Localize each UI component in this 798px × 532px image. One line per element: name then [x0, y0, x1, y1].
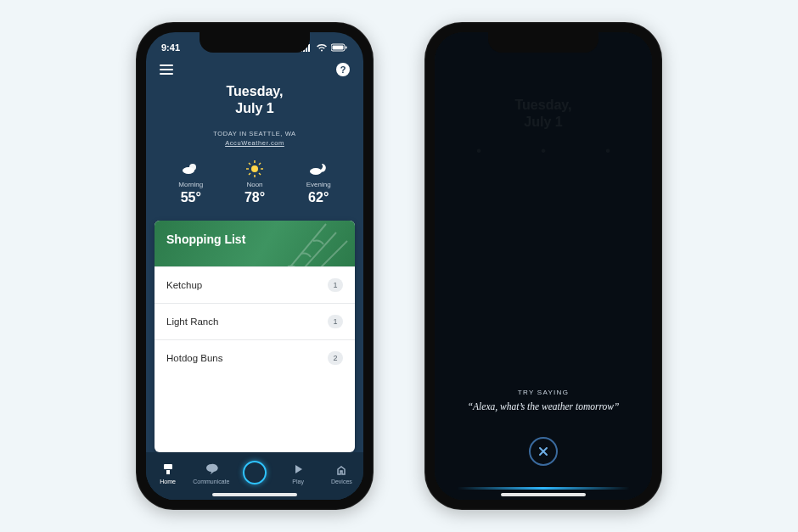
tab-devices[interactable]: Devices	[322, 462, 361, 484]
home-icon	[161, 462, 175, 477]
svg-line-15	[259, 173, 261, 175]
forecast-temp: 78°	[244, 190, 265, 205]
svg-rect-20	[166, 470, 170, 474]
tab-label: Communicate	[193, 479, 229, 484]
alexa-ring-icon	[243, 461, 267, 484]
svg-line-14	[249, 163, 250, 165]
play-icon	[291, 462, 305, 477]
count-badge: 1	[328, 278, 343, 292]
tab-label: Devices	[331, 479, 352, 484]
close-icon	[537, 445, 549, 457]
tab-home[interactable]: Home	[149, 462, 188, 484]
forecast-evening: Evening 62°	[306, 160, 331, 205]
close-voice-button[interactable]	[529, 437, 558, 466]
weather-source-link[interactable]: AccuWeather.com	[225, 139, 284, 147]
date-line-2: July 1	[146, 100, 363, 117]
sunny-icon	[244, 160, 265, 177]
tab-alexa-voice[interactable]	[235, 461, 274, 484]
tab-label: Home	[160, 479, 176, 484]
menu-button[interactable]	[160, 64, 173, 75]
svg-line-17	[249, 173, 250, 175]
forecast-row: Morning 55° Noon 78° Evening 62°	[146, 148, 363, 221]
svg-line-16	[259, 163, 261, 165]
statusbar-time: 9:41	[161, 42, 180, 53]
svg-rect-3	[308, 44, 310, 52]
speech-bubble-icon	[205, 462, 218, 477]
home-indicator[interactable]	[501, 493, 586, 496]
phone-right: Tuesday, July 1 • • • TRY SAYING “Alexa,…	[424, 22, 662, 510]
svg-point-8	[183, 167, 194, 174]
home-indicator[interactable]	[212, 493, 297, 496]
forecast-noon: Noon 78°	[244, 160, 265, 205]
forecast-temp: 55°	[178, 190, 203, 205]
partly-cloudy-icon	[178, 160, 203, 177]
list-item-label: Hotdog Buns	[166, 353, 223, 363]
voice-hint: TRY SAYING “Alexa, what’s the weather to…	[435, 389, 652, 412]
list-item-label: Light Ranch	[166, 316, 218, 327]
wifi-icon	[316, 43, 328, 52]
list-item[interactable]: Hotdog Buns 2	[155, 339, 355, 376]
svg-point-18	[310, 168, 322, 175]
weather-caption: TODAY IN SEATTLE, WA AccuWeather.com	[146, 129, 363, 148]
forecast-temp: 62°	[306, 190, 331, 205]
voice-overlay-dim	[435, 32, 652, 500]
count-badge: 2	[328, 351, 343, 365]
list-item[interactable]: Ketchup 1	[155, 266, 355, 303]
shopping-list-card[interactable]: Shopping List Ketchup 1 Light Ranch 1	[155, 221, 355, 453]
help-button[interactable]: ?	[336, 63, 350, 76]
leaf-decoration-icon	[267, 221, 355, 266]
devices-icon	[334, 462, 348, 477]
date-line-1: Tuesday,	[146, 83, 363, 100]
forecast-label: Evening	[306, 181, 331, 188]
list-item-label: Ketchup	[166, 280, 202, 290]
voice-activity-bar	[457, 487, 631, 490]
list-item[interactable]: Light Ranch 1	[155, 303, 355, 339]
count-badge: 1	[328, 315, 343, 328]
voice-hint-label: TRY SAYING	[435, 389, 652, 396]
location-text: TODAY IN SEATTLE, WA	[146, 129, 363, 138]
svg-rect-6	[346, 47, 347, 49]
tab-label: Play	[292, 479, 304, 484]
card-header: Shopping List	[155, 221, 355, 266]
card-title: Shopping List	[166, 232, 245, 246]
svg-rect-19	[164, 464, 172, 469]
tab-communicate[interactable]: Communicate	[192, 462, 231, 484]
svg-rect-5	[333, 46, 344, 50]
tab-play[interactable]: Play	[278, 462, 318, 484]
svg-point-9	[251, 165, 258, 172]
date-heading: Tuesday, July 1	[146, 80, 363, 117]
battery-icon	[331, 43, 348, 52]
device-notch	[488, 32, 598, 53]
forecast-label: Noon	[244, 181, 265, 188]
phone-left: 9:41 ? Tuesday, July 1 TODAY IN SEATTLE,…	[136, 22, 374, 510]
forecast-label: Morning	[178, 181, 203, 188]
device-notch	[200, 32, 310, 53]
voice-hint-quote: “Alexa, what’s the weather tomorrow”	[435, 401, 652, 412]
forecast-morning: Morning 55°	[178, 160, 203, 205]
night-cloudy-icon	[306, 160, 331, 177]
